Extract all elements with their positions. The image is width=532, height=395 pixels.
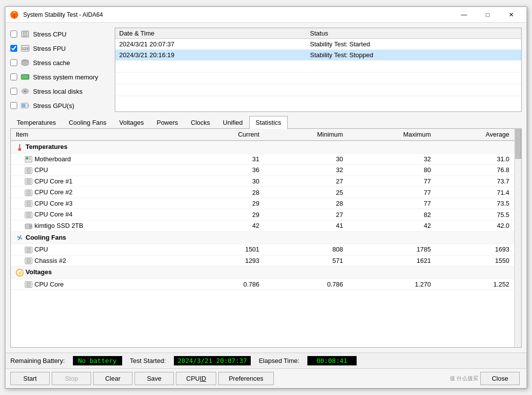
stop-button[interactable]: Stop (52, 372, 91, 385)
log-row: 2024/3/21 20:16:19Stability Test: Stoppe… (115, 50, 521, 61)
minimize-button[interactable]: — (453, 7, 475, 23)
save-button[interactable]: Save (134, 372, 174, 385)
label-memory: Stress system memory (33, 73, 98, 81)
checkbox-cache[interactable] (10, 59, 17, 66)
cpuid-button[interactable]: CPUID (176, 372, 216, 385)
checkbox-cpu[interactable] (10, 31, 17, 37)
tab-clocks[interactable]: Clocks (184, 116, 216, 129)
stats-data-row: CPU Core #3 29 28 77 73.5 (11, 198, 514, 209)
stats-section-header: Cooling Fans (11, 231, 514, 244)
label-gpu: Stress GPU(s) (33, 102, 74, 109)
checkbox-item-gpu: Stress GPU(s) (10, 99, 109, 112)
stats-body: Temperatures Motherboard 31 30 32 31.0 C… (11, 141, 514, 290)
tab-statistics[interactable]: Statistics (249, 116, 288, 129)
checkbox-memory[interactable] (10, 73, 17, 80)
stats-minimum: 28 (265, 198, 348, 209)
stats-data-row: Chassis #2 1293 571 1621 1550 (11, 255, 514, 266)
stats-item-name: CPU (11, 165, 192, 176)
svg-point-27 (18, 148, 21, 151)
stats-minimum: 808 (265, 244, 348, 255)
stats-average: 42.0 (436, 220, 514, 231)
svg-rect-31 (29, 159, 31, 160)
checkbox-disks[interactable] (10, 88, 17, 95)
app-icon (9, 10, 19, 20)
clear-button[interactable]: Clear (93, 372, 133, 385)
stats-table-container[interactable]: ItemCurrentMinimumMaximumAverage Tempera… (11, 129, 514, 347)
svg-text:123: 123 (22, 46, 29, 51)
label-cache: Stress cache (33, 59, 70, 67)
checkbox-fpu[interactable] (10, 45, 17, 52)
stats-average: 73.7 (436, 176, 514, 187)
stats-col-header: Item (11, 129, 192, 141)
stats-maximum: 32 (348, 153, 435, 165)
close-window-button[interactable]: ✕ (500, 7, 523, 23)
tab-cooling-fans[interactable]: Cooling Fans (62, 116, 113, 129)
stats-average: 1693 (436, 244, 514, 255)
stats-maximum: 42 (348, 220, 435, 231)
checkbox-gpu[interactable] (10, 102, 17, 109)
stats-average: 71.4 (436, 187, 514, 198)
tab-voltages[interactable]: Voltages (113, 116, 150, 129)
svg-text:⚡: ⚡ (17, 270, 23, 276)
stats-section-header: ⚡Voltages (11, 266, 514, 279)
stats-maximum: 80 (348, 165, 435, 176)
close-button[interactable]: Close (480, 372, 520, 385)
svg-point-22 (25, 91, 26, 91)
stats-col-header: Minimum (265, 129, 348, 141)
watermark: 值 什么值买 (450, 375, 478, 382)
stats-maximum: 1621 (348, 255, 435, 266)
icon-disks (20, 87, 30, 95)
svg-rect-37 (27, 191, 31, 195)
log-table: Date & Time Status 2024/3/21 20:07:37Sta… (115, 28, 521, 96)
stats-data-row: CPU 36 32 80 76.8 (11, 165, 514, 176)
stats-table: ItemCurrentMinimumMaximumAverage Tempera… (11, 129, 514, 290)
log-body: 2024/3/21 20:07:37Stability Test: Starte… (115, 39, 521, 96)
log-cell-status: Stability Test: Started (306, 39, 521, 50)
maximize-button[interactable]: □ (476, 7, 499, 23)
stats-current: 29 (192, 198, 265, 209)
scrollbar-thumb[interactable] (515, 129, 521, 159)
stats-minimum: 571 (265, 255, 348, 266)
stats-current: 1293 (192, 255, 265, 266)
tab-unified[interactable]: Unified (216, 116, 249, 129)
log-row-empty (115, 72, 521, 84)
log-col-datetime: Date & Time (115, 28, 306, 39)
stats-current: 0.786 (192, 279, 265, 290)
stats-current: 29 (192, 209, 265, 220)
stats-minimum: 27 (265, 209, 348, 220)
scrollbar[interactable] (514, 129, 521, 347)
stats-current: 42 (192, 220, 265, 231)
stats-average: 1550 (436, 255, 514, 266)
log-row: 2024/3/21 20:07:37Stability Test: Starte… (115, 39, 521, 50)
preferences-button[interactable]: Preferences (218, 372, 273, 385)
start-button[interactable]: Start (10, 372, 50, 385)
svg-rect-41 (27, 213, 31, 217)
main-window: System Stability Test - AIDA64 — □ ✕ Str… (5, 6, 527, 389)
tab-temperatures[interactable]: Temperatures (10, 116, 62, 129)
stats-current: 36 (192, 165, 265, 176)
stats-minimum: 41 (265, 220, 348, 231)
test-started-label: Test Started: (130, 357, 166, 364)
window-controls: — □ ✕ (453, 7, 523, 23)
stats-item-name: CPU Core #2 (11, 187, 192, 198)
stats-maximum: 77 (348, 187, 435, 198)
svg-rect-29 (26, 157, 28, 159)
tab-powers[interactable]: Powers (150, 116, 184, 129)
log-panel: Date & Time Status 2024/3/21 20:07:37Sta… (115, 28, 522, 112)
stats-maximum: 1.270 (348, 279, 435, 290)
stats-current: 30 (192, 176, 265, 187)
checkbox-item-cpu: Stress CPU (10, 28, 109, 40)
button-bar: Start Stop Clear Save CPUID Preferences … (5, 368, 527, 388)
stats-minimum: 0.786 (265, 279, 348, 290)
icon-memory (20, 73, 30, 81)
svg-rect-53 (27, 283, 31, 287)
stats-data-row: kimtigo SSD 2TB 42 41 42 42.0 (11, 220, 514, 231)
icon-cpu (20, 30, 30, 38)
svg-rect-16 (22, 75, 23, 78)
stats-current: 1501 (192, 244, 265, 255)
log-cell-datetime: 2024/3/21 20:16:19 (115, 50, 306, 61)
checkbox-item-fpu: 123Stress FPU (10, 42, 109, 55)
stats-average: 76.8 (436, 165, 514, 176)
stats-maximum: 77 (348, 198, 435, 209)
stats-average: 1.252 (436, 279, 514, 290)
